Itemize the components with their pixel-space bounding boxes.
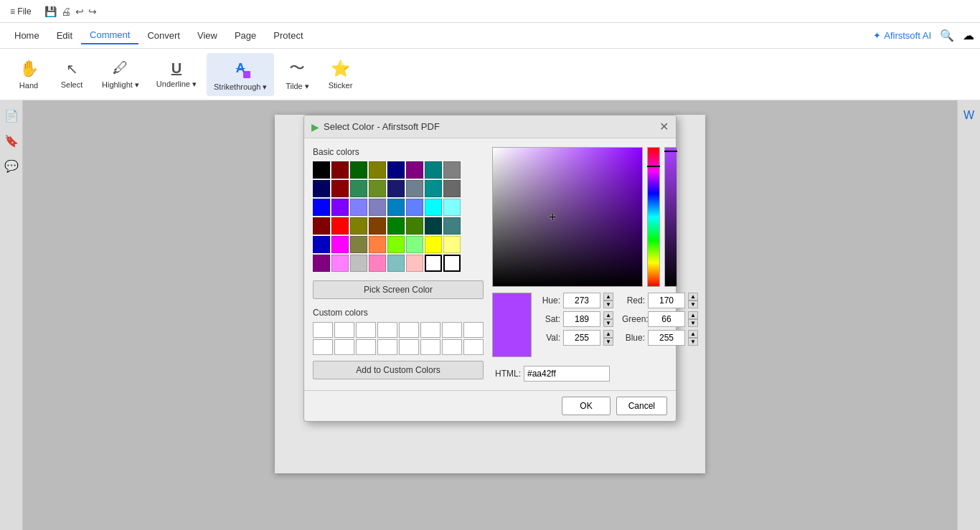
tool-sticker[interactable]: ⭐ Sticker [320,53,360,96]
color-swatch[interactable] [350,236,367,253]
html-input[interactable] [524,366,610,382]
val-up[interactable]: ▲ [603,330,613,338]
color-swatch[interactable] [443,180,461,197]
color-swatch[interactable] [331,161,349,179]
tool-strikethrough[interactable]: A Strikethrough ▾ [207,53,274,96]
hue-down[interactable]: ▼ [603,301,613,308]
color-swatch[interactable] [369,180,386,197]
color-swatch[interactable] [443,255,461,272]
color-swatch[interactable] [443,217,461,235]
add-custom-colors-button[interactable]: Add to Custom Colors [313,361,484,379]
color-swatch[interactable] [387,180,405,197]
custom-swatch[interactable] [463,322,484,338]
color-swatch[interactable] [443,236,461,253]
color-swatch[interactable] [369,255,386,272]
custom-swatch[interactable] [313,339,333,355]
menu-protect[interactable]: Protect [265,27,311,44]
red-up[interactable]: ▲ [688,293,698,301]
color-swatch[interactable] [350,217,367,235]
color-swatch[interactable] [350,180,367,197]
sat-down[interactable]: ▼ [603,319,613,327]
color-swatch[interactable] [331,180,349,197]
color-swatch[interactable] [425,199,442,216]
color-swatch[interactable] [350,161,367,179]
brightness-bar[interactable] [664,147,677,287]
color-swatch[interactable] [406,255,423,272]
custom-swatch[interactable] [377,322,397,338]
blue-spin[interactable]: ▲ ▼ [688,330,698,346]
custom-swatch[interactable] [356,339,376,355]
color-swatch[interactable] [369,161,386,179]
custom-swatch[interactable] [420,322,440,338]
save-icon[interactable]: 💾 [44,6,57,17]
green-down[interactable]: ▼ [688,319,698,327]
menu-view[interactable]: View [189,27,226,44]
green-up[interactable]: ▲ [688,311,698,319]
color-swatch-selected[interactable] [425,255,442,272]
val-down[interactable]: ▼ [603,338,613,346]
tool-hand[interactable]: ✋ Hand [9,53,49,96]
custom-swatch[interactable] [399,339,419,355]
color-swatch[interactable] [369,236,386,253]
color-swatch[interactable] [406,199,423,216]
tool-select[interactable]: ↖ Select [52,53,92,96]
cancel-button[interactable]: Cancel [616,397,667,415]
blue-input[interactable] [648,330,685,346]
color-swatch[interactable] [331,199,349,216]
color-swatch[interactable] [387,217,405,235]
custom-swatch[interactable] [442,322,462,338]
green-input[interactable] [648,311,685,327]
search-icon[interactable]: 🔍 [940,29,954,42]
custom-swatch[interactable] [356,322,376,338]
file-menu[interactable]: ≡ File [6,5,36,18]
green-spin[interactable]: ▲ ▼ [688,311,698,327]
custom-swatch[interactable] [334,322,354,338]
color-swatch[interactable] [425,217,442,235]
dialog-close-button[interactable]: ✕ [659,120,669,133]
color-swatch[interactable] [313,255,330,272]
color-swatch[interactable] [443,199,461,216]
color-swatch[interactable] [443,161,461,179]
color-swatch[interactable] [313,199,330,216]
pick-screen-color-button[interactable]: Pick Screen Color [313,280,484,299]
red-spin[interactable]: ▲ ▼ [688,293,698,308]
color-swatch[interactable] [331,236,349,253]
color-swatch[interactable] [387,161,405,179]
redo-icon[interactable]: ↪ [88,6,97,17]
custom-swatch[interactable] [399,322,419,338]
sat-input[interactable] [563,311,600,327]
hue-input[interactable] [563,293,600,308]
sat-up[interactable]: ▲ [603,311,613,319]
hue-up[interactable]: ▲ [603,293,613,301]
color-swatch[interactable] [387,199,405,216]
color-swatch[interactable] [331,255,349,272]
menu-page[interactable]: Page [226,27,265,44]
color-swatch[interactable] [369,217,386,235]
custom-swatch[interactable] [420,339,440,355]
color-swatch[interactable] [313,217,330,235]
custom-swatch[interactable] [377,339,397,355]
val-input[interactable] [563,330,600,346]
custom-swatch[interactable] [334,339,354,355]
color-swatch[interactable] [350,255,367,272]
color-swatch[interactable] [350,199,367,216]
color-swatch[interactable] [313,161,330,179]
custom-swatch[interactable] [313,322,333,338]
custom-swatch[interactable] [463,339,484,355]
color-swatch[interactable] [425,236,442,253]
ok-button[interactable]: OK [562,397,610,415]
hue-spin[interactable]: ▲ ▼ [603,293,613,308]
color-swatch[interactable] [425,161,442,179]
sat-spin[interactable]: ▲ ▼ [603,311,613,327]
val-spin[interactable]: ▲ ▼ [603,330,613,346]
menu-home[interactable]: Home [6,27,48,44]
blue-down[interactable]: ▼ [688,338,698,346]
color-swatch[interactable] [313,180,330,197]
blue-up[interactable]: ▲ [688,330,698,338]
color-swatch[interactable] [406,217,423,235]
menu-comment[interactable]: Comment [81,27,138,44]
color-swatch[interactable] [331,217,349,235]
undo-icon[interactable]: ↩ [75,6,84,17]
color-swatch[interactable] [387,236,405,253]
color-swatch[interactable] [406,161,423,179]
